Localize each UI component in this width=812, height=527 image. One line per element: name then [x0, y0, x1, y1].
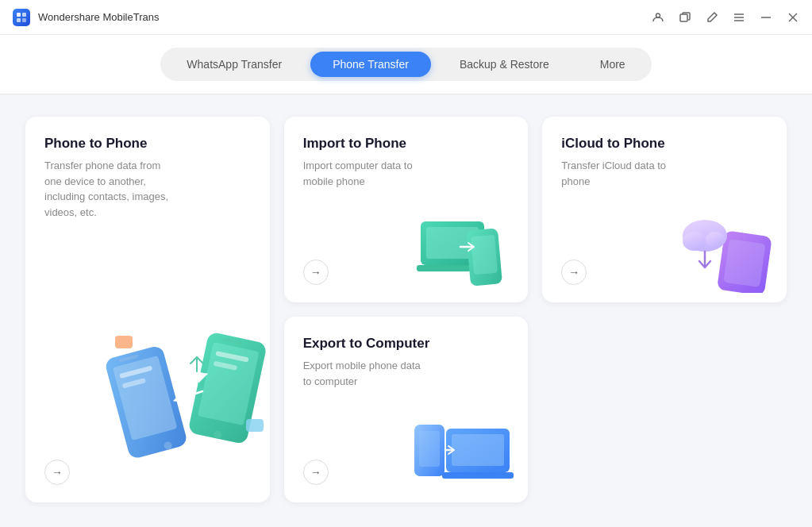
- svg-rect-32: [723, 239, 765, 287]
- icloud-desc: Transfer iCloud data to phone: [561, 158, 688, 189]
- minimize-icon[interactable]: [760, 11, 772, 24]
- svg-rect-3: [22, 18, 26, 22]
- export-desc: Export mobile phone data to computer: [303, 358, 430, 389]
- nav-tabs: WhatsApp Transfer Phone Transfer Backup …: [160, 48, 651, 81]
- titlebar: Wondershare MobileTrans: [0, 0, 812, 35]
- svg-rect-1: [22, 13, 26, 17]
- card-export-to-computer[interactable]: Export to Computer Export mobile phone d…: [284, 317, 529, 502]
- tab-phone-transfer[interactable]: Phone Transfer: [310, 52, 431, 77]
- svg-rect-24: [115, 336, 133, 348]
- svg-rect-5: [680, 14, 687, 21]
- close-icon[interactable]: [787, 11, 799, 24]
- svg-rect-37: [452, 434, 504, 466]
- svg-rect-25: [246, 419, 264, 432]
- titlebar-left: Wondershare MobileTrans: [13, 9, 159, 26]
- window-icon[interactable]: [679, 11, 691, 24]
- export-title: Export to Computer: [303, 336, 510, 352]
- export-arrow[interactable]: →: [303, 460, 329, 485]
- tab-more[interactable]: More: [578, 52, 648, 77]
- card-icloud-to-phone[interactable]: iCloud to Phone Transfer iCloud data to …: [542, 117, 787, 302]
- import-arrow[interactable]: →: [303, 260, 329, 285]
- svg-rect-0: [17, 13, 21, 17]
- import-desc: Import computer data to mobile phone: [303, 158, 430, 189]
- card-import-to-phone[interactable]: Import to Phone Import computer data to …: [284, 117, 529, 302]
- icloud-title: iCloud to Phone: [561, 136, 768, 152]
- phone-to-phone-arrow[interactable]: →: [44, 460, 70, 485]
- user-icon[interactable]: [652, 11, 664, 24]
- tab-whatsapp-transfer[interactable]: WhatsApp Transfer: [164, 52, 304, 77]
- svg-rect-30: [471, 235, 498, 275]
- app-title: Wondershare MobileTrans: [38, 11, 159, 23]
- titlebar-controls: [652, 11, 799, 24]
- tab-backup-restore[interactable]: Backup & Restore: [437, 52, 571, 77]
- nav-area: WhatsApp Transfer Phone Transfer Backup …: [0, 35, 812, 94]
- svg-rect-40: [419, 431, 440, 467]
- import-illustration: [417, 206, 520, 293]
- phone-to-phone-title: Phone to Phone: [44, 136, 251, 152]
- svg-point-35: [706, 232, 725, 248]
- import-title: Import to Phone: [303, 136, 510, 152]
- app-icon: [13, 9, 30, 26]
- card-phone-to-phone[interactable]: Phone to Phone Transfer phone data from …: [25, 117, 270, 502]
- icloud-arrow[interactable]: →: [561, 260, 587, 285]
- content-grid: Phone to Phone Transfer phone data from …: [0, 94, 812, 525]
- menu-icon[interactable]: [733, 11, 745, 24]
- svg-point-34: [683, 232, 706, 251]
- edit-icon[interactable]: [706, 11, 718, 24]
- phone-to-phone-illustration: [103, 300, 270, 459]
- icloud-illustration: [677, 206, 780, 293]
- phone-to-phone-desc: Transfer phone data from one device to a…: [44, 158, 171, 220]
- svg-rect-38: [442, 472, 514, 479]
- svg-rect-2: [17, 18, 21, 22]
- export-illustration: [410, 409, 521, 496]
